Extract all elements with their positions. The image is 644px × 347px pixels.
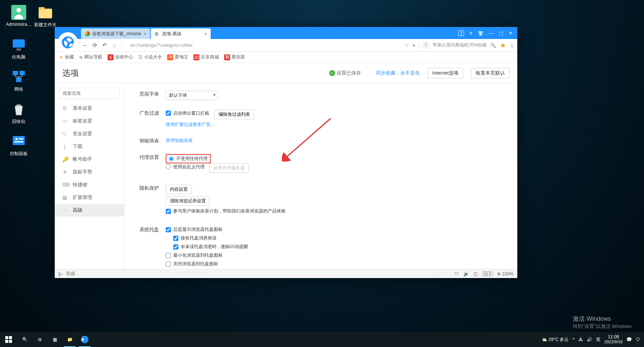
menu-icon[interactable]: ≡ — [469, 30, 472, 36]
internet-options-button[interactable]: Internet选项 — [427, 68, 463, 78]
clock[interactable]: 11:092022/9/16 — [604, 335, 623, 344]
explorer-taskbar-icon[interactable]: 📁 — [62, 332, 77, 347]
svg-rect-9 — [16, 105, 21, 106]
maximize-icon[interactable]: ▢ — [499, 30, 503, 36]
statusbar: |▷ 完成 🛡 🔊 ◫ [e] 0 ⊕ 100% — [55, 269, 517, 278]
check-icon: ✓ — [329, 70, 335, 76]
close-window-icon[interactable]: ✕ — [509, 30, 513, 36]
fav-juhuasuan[interactable]: 聚聚划算 — [224, 54, 245, 60]
network-status-icon[interactable]: [e] 0 — [482, 271, 492, 276]
fav-jd[interactable]: JD京东商城 — [193, 54, 219, 60]
action-center-icon[interactable]: 💬 — [626, 337, 632, 342]
sidebar-item-gestures[interactable]: 🖱鼠标手势 — [55, 166, 124, 178]
sidebar-item-account[interactable]: 🔑帐号助手 — [55, 153, 124, 166]
notification-icon[interactable]: 🗨 — [636, 337, 640, 342]
gear-icon: ⚙ — [154, 31, 160, 36]
fav-novels[interactable]: ☰小说大全 — [138, 54, 162, 60]
taskview-icon[interactable]: ⧉ — [32, 332, 47, 347]
fav-bookmarks[interactable]: ★收藏 — [59, 54, 74, 60]
status-text: 完成 — [66, 271, 75, 277]
close-icon[interactable]: × — [144, 31, 147, 37]
chk-ux-program[interactable]: 参与用户体验改善计划，帮助我们改善浏览器的产品体验 — [166, 208, 502, 214]
row-label-autofill: 智能填表 — [139, 138, 166, 144]
sidebar-item-shortcuts[interactable]: ⌨快捷键 — [55, 178, 124, 191]
star-icon[interactable]: ☆ — [405, 43, 409, 48]
desktop-icon-controlpanel[interactable]: 控制面板 — [6, 133, 32, 157]
zoom-indicator[interactable]: ⊕ 100% — [497, 271, 514, 277]
content-settings-button[interactable]: 内容设置 — [166, 185, 192, 194]
desktop-icon-network[interactable]: 网络 — [6, 69, 32, 93]
fav-games[interactable]: S游戏中心 — [108, 54, 133, 60]
account-badge[interactable]: 2 — [458, 30, 464, 36]
sidebar-item-advanced[interactable]: ⋯高级 — [55, 204, 124, 217]
chk-close-tray[interactable]: 关闭浏览器到托盘图标 — [166, 261, 502, 267]
svg-rect-6 — [13, 71, 18, 75]
clear-history-button[interactable]: 清除浏览记录设置 — [166, 196, 210, 206]
chk-popup-block[interactable]: 启动弹出窗口拦截 — [166, 110, 209, 117]
desktop-icon-thispc[interactable]: 此电脑 — [6, 37, 32, 60]
sidebar-item-tabs[interactable]: ▭标签设置 — [55, 115, 124, 127]
gear-icon: ⚙ — [62, 105, 68, 111]
sidebar-item-download[interactable]: ⭳下载 — [55, 140, 124, 153]
undo-icon[interactable]: ↶ — [100, 40, 109, 50]
page-title: 选项 — [62, 67, 79, 79]
chk-tray-blink[interactable]: 有未读托盘消息时，图标闪动提醒 — [173, 244, 502, 250]
jd-badge-icon: JD — [193, 54, 199, 60]
proxy-server-button: 设置代理服务器 — [209, 163, 249, 173]
tab-chrome-download[interactable]: 谷歌浏览器下载_chrome × — [81, 28, 150, 39]
search-hint[interactable]: 苹果占国内高端机70%份额 — [433, 42, 487, 48]
sound-status-icon[interactable]: 🔊 — [463, 271, 469, 277]
settings-sidebar: ⚙基本设置 ▭标签设置 🛡安全设置 ⭳下载 🔑帐号助手 🖱鼠标手势 ⌨快捷键 ▦… — [55, 83, 124, 269]
minimize-icon[interactable]: — — [489, 30, 494, 36]
ime-indicator[interactable]: 英 — [596, 337, 601, 343]
volume-tray-icon[interactable]: 🔊 — [587, 337, 592, 342]
desktop-icon-recycle[interactable]: 回收站 — [6, 101, 32, 125]
network-tray-icon[interactable]: 🖧 — [578, 337, 583, 342]
tab-options-advanced[interactable]: ⚙ 选项-高级 × — [151, 28, 211, 39]
autofill-manage-link[interactable]: 管理智能填表 — [166, 138, 193, 143]
sidebar-item-extensions[interactable]: ▦扩展管理 — [55, 191, 124, 204]
svg-point-1 — [16, 8, 21, 12]
home-icon[interactable]: ⌂ — [109, 40, 119, 50]
split-status-icon[interactable]: ◫ — [473, 271, 478, 277]
sidebar-toggle-icon[interactable]: |▷ — [58, 271, 63, 277]
chk-always-tray[interactable]: 总是显示浏览器托盘图标 — [166, 226, 502, 233]
shield-status-icon[interactable]: 🛡 — [454, 271, 459, 277]
font-select[interactable]: 默认字体 — [166, 91, 218, 100]
reload-icon[interactable]: ⟳ — [90, 40, 100, 50]
face-icon[interactable]: ☻ — [500, 42, 506, 49]
desktop-icon-admin[interactable]: Administra… — [6, 4, 32, 27]
skin-icon[interactable]: 👕 — [478, 30, 484, 36]
settings-panel: 页面字体 默认字体 广告过滤 启动弹出窗口拦截 编辑免过滤列表 使用扩展过滤更多… — [124, 83, 517, 269]
radio-no-proxy[interactable]: 不使用任何代理 — [169, 156, 208, 162]
edit-whitelist-button[interactable]: 编辑免过滤列表 — [214, 110, 254, 119]
tray-chevron-icon[interactable]: ^ — [572, 337, 575, 342]
desktop-icon-newfolder[interactable]: 新建文件夹 — [32, 4, 58, 28]
saved-indicator: ✓ 设置已保存 — [329, 70, 361, 76]
back-icon[interactable]: ← — [80, 40, 90, 50]
grid-icon: ▦ — [62, 194, 68, 200]
search-options-input[interactable] — [59, 88, 120, 99]
close-icon[interactable]: × — [204, 31, 207, 37]
more-icon: ⋯ — [62, 207, 68, 213]
sogou-taskbar-icon[interactable] — [77, 332, 92, 347]
sidebar-item-basic[interactable]: ⚙基本设置 — [55, 102, 124, 115]
chk-min-tray[interactable]: 最小化浏览器到托盘图标 — [166, 252, 502, 259]
fav-taobao[interactable]: 淘爱淘宝 — [167, 54, 188, 60]
search-taskbar-icon[interactable]: 🔍 — [17, 332, 32, 347]
apps-icon[interactable]: ▦ — [47, 332, 62, 347]
chk-tray-push[interactable]: 接收托盘消息推送 — [173, 235, 502, 241]
start-button[interactable] — [0, 332, 17, 347]
sync-link[interactable]: 同步收藏，永不丢失 — [376, 70, 420, 76]
url-input[interactable] — [127, 40, 402, 50]
download-icon[interactable]: ⭳ — [510, 43, 514, 48]
adblock-hint-link[interactable]: 使用扩展过滤更多广告… — [166, 121, 502, 128]
radio-custom-proxy[interactable]: 使用自定义代理 — [166, 164, 205, 170]
search-icon[interactable]: 🔍 — [490, 43, 496, 48]
fav-nav[interactable]: ⊕网址导航 — [79, 54, 102, 60]
svg-rect-16 — [9, 336, 12, 339]
weather-widget[interactable]: ⛅ 29°C 多云 — [542, 337, 569, 343]
svg-rect-17 — [5, 340, 8, 343]
sidebar-item-security[interactable]: 🛡安全设置 — [55, 127, 124, 140]
restore-defaults-button[interactable]: 恢复本页默认 — [471, 68, 510, 78]
